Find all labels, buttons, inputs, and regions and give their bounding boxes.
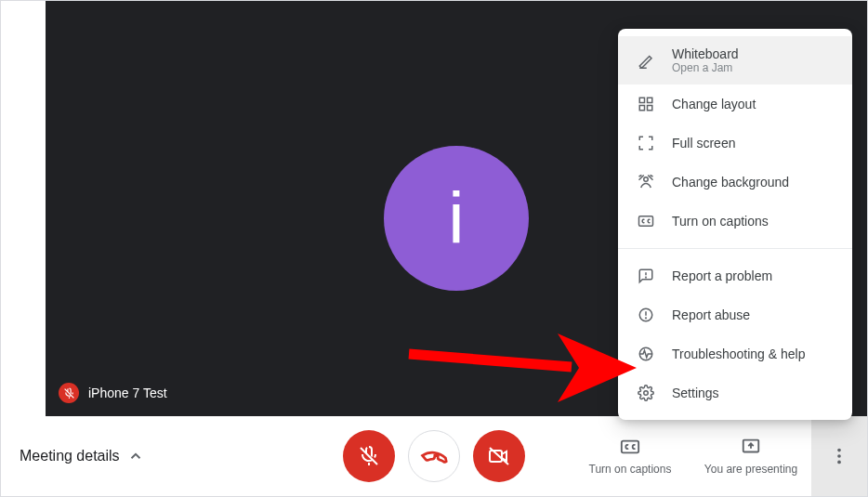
call-controls [343, 430, 525, 482]
troubleshoot-icon [637, 345, 655, 363]
menu-label: Report abuse [672, 307, 750, 322]
menu-item-whiteboard[interactable]: Whiteboard Open a Jam [618, 36, 852, 85]
captions-icon [620, 437, 640, 457]
menu-item-change-background[interactable]: Change background [618, 163, 852, 202]
menu-label: Change background [672, 175, 789, 190]
layout-icon [637, 95, 655, 113]
svg-line-10 [651, 176, 653, 177]
menu-label: Settings [672, 386, 719, 400]
whiteboard-icon [637, 51, 655, 70]
menu-label: Whiteboard [672, 46, 739, 61]
menu-label: Report a problem [672, 268, 772, 283]
mic-muted-badge [59, 383, 79, 403]
svg-point-29 [837, 454, 841, 458]
svg-point-19 [644, 391, 649, 396]
more-vert-icon [829, 446, 849, 466]
background-icon [637, 173, 655, 191]
menu-label: Turn on captions [672, 214, 769, 229]
svg-point-7 [644, 177, 649, 182]
mic-off-icon [358, 445, 380, 467]
captions-icon [637, 212, 655, 230]
svg-rect-5 [639, 106, 644, 111]
present-icon [741, 437, 761, 457]
mic-toggle-button[interactable] [343, 430, 395, 482]
fullscreen-icon [637, 134, 655, 152]
menu-item-change-layout[interactable]: Change layout [618, 85, 852, 124]
avatar: i [384, 146, 529, 291]
svg-rect-4 [648, 98, 652, 102]
report-abuse-icon [637, 306, 655, 324]
svg-rect-6 [648, 106, 652, 111]
hangup-button[interactable] [408, 430, 460, 482]
present-button[interactable]: You are presenting [690, 416, 811, 496]
mic-off-icon [63, 387, 75, 399]
bottom-bar: Meeting details [1, 416, 867, 496]
svg-point-28 [837, 449, 841, 452]
captions-label: Turn on captions [589, 463, 672, 476]
svg-rect-3 [639, 98, 644, 102]
chevron-up-icon [127, 448, 144, 464]
avatar-letter: i [448, 177, 464, 261]
meeting-details-label: Meeting details [20, 448, 120, 464]
hangup-icon [420, 442, 448, 470]
more-options-button[interactable] [811, 416, 867, 496]
svg-rect-12 [639, 216, 653, 227]
menu-item-settings[interactable]: Settings [618, 373, 852, 412]
menu-divider [618, 248, 852, 249]
menu-item-troubleshooting[interactable]: Troubleshooting & help [618, 334, 852, 373]
feedback-icon [637, 267, 655, 285]
svg-rect-26 [622, 441, 638, 453]
participant-label: iPhone 7 Test [59, 383, 167, 403]
bottom-right-controls: Turn on captions You are presenting [570, 416, 867, 496]
svg-point-17 [646, 318, 647, 319]
menu-item-full-screen[interactable]: Full screen [618, 124, 852, 163]
menu-item-captions[interactable]: Turn on captions [618, 202, 852, 241]
camera-off-icon [488, 445, 510, 467]
menu-item-report-problem[interactable]: Report a problem [618, 256, 852, 295]
meeting-details-button[interactable]: Meeting details [20, 448, 144, 464]
more-options-menu: Whiteboard Open a Jam Change layout Full… [618, 29, 852, 420]
present-label: You are presenting [704, 463, 797, 476]
menu-item-report-abuse[interactable]: Report abuse [618, 295, 852, 334]
menu-label: Full screen [672, 136, 735, 150]
svg-point-14 [646, 277, 647, 278]
camera-toggle-button[interactable] [473, 430, 525, 482]
svg-point-30 [837, 461, 841, 464]
menu-label: Change layout [672, 97, 756, 111]
menu-label: Troubleshooting & help [672, 347, 805, 361]
menu-sublabel: Open a Jam [672, 61, 739, 74]
captions-button[interactable]: Turn on captions [570, 416, 690, 496]
participant-name: iPhone 7 Test [88, 386, 167, 400]
gear-icon [637, 384, 655, 402]
svg-line-8 [639, 176, 642, 177]
